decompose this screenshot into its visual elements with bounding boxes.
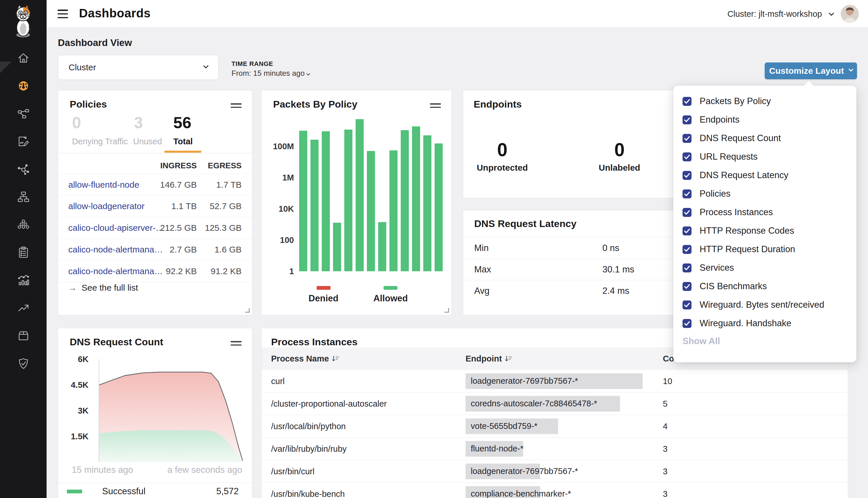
resize-handle[interactable] — [245, 308, 250, 313]
checkbox-checked-icon[interactable] — [683, 208, 691, 217]
checkbox-checked-icon[interactable] — [683, 282, 691, 291]
sidebar-item-dashboards[interactable] — [17, 79, 30, 93]
policy-link[interactable]: calico-cloud-apiserver-… — [68, 223, 164, 233]
menu-item-process-instances[interactable]: Process Instances — [673, 203, 856, 222]
sidebar-item-network-policy[interactable] — [17, 107, 30, 120]
ingress-value: 212.5 GB — [160, 223, 197, 233]
endpoint-chip: loadgenerator-7697bb7567-* — [466, 374, 643, 389]
sidebar-item-logs[interactable] — [17, 246, 30, 259]
sidebar-item-packages[interactable] — [17, 329, 30, 342]
checkbox-checked-icon[interactable] — [683, 263, 691, 272]
endpoint-chip: vote-5655bd759-* — [466, 418, 558, 434]
service-graph-icon — [17, 162, 30, 176]
allowed-bar — [401, 130, 409, 271]
drag-handle-icon[interactable] — [231, 341, 242, 348]
menu-item-services[interactable]: Services — [673, 259, 856, 277]
checkbox-checked-icon[interactable] — [683, 97, 691, 106]
time-range-label: TIME RANGE — [232, 60, 273, 68]
menu-item-http-response-codes[interactable]: HTTP Response Codes — [673, 222, 856, 240]
menu-item-policies[interactable]: Policies — [673, 184, 856, 203]
menu-item-url-requests[interactable]: URL Requests — [673, 147, 856, 166]
page-title: Dashboards — [79, 6, 151, 20]
customize-layout-button[interactable]: Customize Layout — [765, 63, 857, 79]
sidebar-item-home[interactable] — [17, 52, 30, 65]
checkbox-checked-icon[interactable] — [683, 134, 691, 143]
menu-item-dns-request-latency[interactable]: DNS Request Latency — [673, 166, 856, 184]
checkbox-checked-icon[interactable] — [683, 301, 691, 310]
column-header-ingress[interactable]: INGRESS — [160, 161, 197, 170]
menu-item-wireguard-handshake[interactable]: Wireguard. Handshake — [673, 314, 856, 332]
drag-handle-icon[interactable] — [430, 103, 441, 110]
stat-total-value: 56 — [173, 113, 191, 132]
menu-item-endpoints[interactable]: Endpoints — [673, 110, 856, 129]
checkbox-checked-icon[interactable] — [683, 245, 691, 254]
resize-handle[interactable] — [444, 308, 449, 313]
sidebar-item-trends[interactable] — [17, 301, 30, 315]
egress-value: 1.7 TB — [216, 180, 242, 190]
stat-unused-label[interactable]: Unused — [133, 137, 162, 146]
policy-link[interactable]: calico-node-alertmana… — [68, 266, 163, 276]
legend-item-denied[interactable]: Denied — [308, 286, 338, 304]
sidebar-item-workloads[interactable] — [17, 218, 30, 231]
home-icon — [17, 52, 30, 65]
dashboard-view-select[interactable]: Cluster — [58, 55, 218, 80]
menu-item-cis-benchmarks[interactable]: CIS Benchmarks — [673, 277, 856, 296]
menu-item-packets-by-policy[interactable]: Packets By Policy — [673, 92, 856, 110]
sidebar-item-analytics[interactable] — [17, 274, 30, 287]
policy-link[interactable]: allow-loadgenerator — [68, 201, 145, 211]
allowed-bar — [344, 130, 352, 271]
policy-link[interactable]: allow-fluentd-node — [68, 180, 139, 190]
checkbox-checked-icon[interactable] — [683, 189, 691, 198]
calico-cat-logo[interactable] — [7, 3, 39, 38]
checkbox-checked-icon[interactable] — [683, 226, 691, 235]
allowed-bar — [322, 131, 330, 271]
sidebar-item-compliance-reports[interactable] — [17, 135, 30, 148]
column-header-egress[interactable]: EGRESS — [208, 161, 242, 170]
legend-item-allowed[interactable]: Allowed — [374, 286, 408, 304]
policy-link[interactable]: calico-node-alertmana… — [68, 245, 163, 254]
menu-button[interactable] — [57, 10, 68, 18]
checkbox-checked-icon[interactable] — [683, 319, 691, 328]
cluster-selector[interactable]: Cluster: jlt-msft-workshop — [727, 9, 822, 19]
ingress-value: 92.2 KB — [166, 266, 197, 276]
divider — [58, 153, 252, 153]
menu-item-http-request-duration[interactable]: HTTP Request Duration — [673, 240, 856, 259]
allowed-bar — [423, 135, 431, 271]
see-full-list-link[interactable]: →See the full list — [68, 283, 138, 293]
checkbox-checked-icon[interactable] — [683, 153, 691, 161]
menu-item-dns-request-count[interactable]: DNS Request Count — [673, 129, 856, 147]
avatar[interactable] — [841, 5, 859, 23]
stat-unused-value: 3 — [134, 113, 143, 132]
customize-layout-dropdown: Packets By Policy Endpoints DNS Request … — [673, 86, 856, 362]
table-row: allow-fluentd-node 146.7 GB 1.7 TB — [58, 174, 252, 196]
endpoint-chip: coredns-autoscaler-7c88465478-* — [466, 396, 620, 411]
endpoint-chip: fluentd-node-* — [466, 441, 523, 457]
ingress-value: 146.7 GB — [160, 180, 197, 190]
ingress-value: 2.7 GB — [170, 245, 197, 254]
stat-total-label[interactable]: Total — [173, 137, 193, 146]
report-edit-icon — [17, 135, 30, 148]
count-value: 4 — [663, 421, 668, 431]
menu-item-wireguard-bytes[interactable]: Wireguard. Bytes sent/received — [673, 296, 856, 314]
card-title: DNS Request Latency — [474, 218, 576, 230]
allowed-bar — [355, 119, 364, 271]
show-all-link[interactable]: Show All — [683, 336, 720, 346]
checkbox-checked-icon[interactable] — [683, 171, 691, 180]
policies-card: Policies 0 3 56 Denying Traffic Unused T… — [58, 90, 252, 315]
checkbox-checked-icon[interactable] — [683, 115, 691, 124]
sort-icon — [332, 355, 339, 362]
sidebar-item-service-graph[interactable] — [17, 162, 30, 176]
topology-icon — [17, 190, 30, 204]
time-range-value[interactable]: From: 15 minutes ago — [232, 69, 310, 78]
process-name: /cluster-proportional-autoscaler — [271, 399, 387, 408]
chevron-down-icon[interactable] — [829, 10, 834, 16]
table-row: calico-node-alertmana… 2.7 GB 1.6 GB — [58, 239, 252, 261]
sort-header-process-name[interactable]: Process Name — [271, 354, 339, 364]
sidebar-item-security[interactable] — [17, 357, 30, 370]
table-row: curl loadgenerator-7697bb7567-* 10 — [261, 370, 848, 392]
drag-handle-icon[interactable] — [231, 103, 242, 110]
sort-header-endpoint[interactable]: Endpoint — [466, 354, 513, 364]
arrow-right-icon: → — [68, 283, 77, 292]
sidebar-item-network-topology[interactable] — [17, 190, 30, 204]
stat-denying-label[interactable]: Denying Traffic — [72, 137, 128, 146]
